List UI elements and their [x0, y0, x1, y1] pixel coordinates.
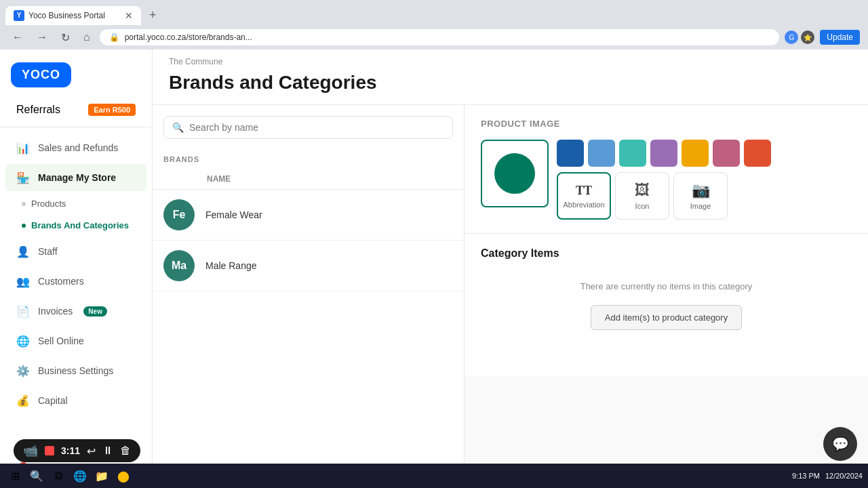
sidebar-item-capital[interactable]: 💰 Capital [5, 387, 146, 414]
stop-recording-button[interactable] [45, 446, 54, 455]
search-taskbar[interactable]: 🔍 [27, 466, 46, 485]
reload-button[interactable]: ↻ [57, 30, 74, 45]
home-button[interactable]: ⌂ [79, 30, 94, 45]
tab-close-button[interactable]: ✕ [125, 10, 133, 21]
color-swatch-lightblue[interactable] [588, 140, 615, 167]
start-button[interactable]: ⊞ [5, 466, 24, 485]
undo-button[interactable]: ↩ [87, 445, 96, 458]
update-button[interactable]: Update [820, 30, 860, 45]
chrome-icon[interactable]: ⬤ [114, 466, 133, 485]
pause-button[interactable]: ⏸ [102, 445, 113, 457]
app-container: YOCO Referrals Earn R500 📊 Sales and Ref… [0, 49, 868, 488]
brand-row-female-wear[interactable]: Fe Female Wear [153, 190, 464, 241]
forward-button[interactable]: → [33, 30, 52, 45]
sidebar-item-label: Sell Online [38, 336, 84, 346]
sidebar-item-sales-refunds[interactable]: 📊 Sales and Refunds [5, 134, 146, 161]
sidebar-divider [0, 127, 152, 127]
color-swatch-purple[interactable] [650, 140, 677, 167]
url-text: portal.yoco.co.za/store/brands-an... [125, 33, 252, 42]
abbreviation-icon: TT [576, 184, 592, 198]
color-swatch-red[interactable] [744, 140, 771, 167]
category-items-title: Category Items [481, 247, 852, 260]
sidebar-item-invoices[interactable]: 📄 Invoices New [5, 298, 146, 325]
sidebar-item-business-settings[interactable]: ⚙️ Business Settings [5, 357, 146, 384]
settings-icon: ⚙️ [16, 364, 30, 378]
current-image-preview [481, 140, 549, 207]
capital-icon: 💰 [16, 394, 30, 407]
invoices-icon: 📄 [16, 304, 30, 318]
back-button[interactable]: ← [8, 30, 27, 45]
delete-recording-button[interactable]: 🗑 [120, 445, 131, 457]
products-label: Products [31, 199, 66, 209]
sidebar-item-manage-store[interactable]: 🏪 Manage My Store [5, 164, 146, 191]
active-tab[interactable]: Y Yoco Business Portal ✕ [5, 6, 141, 25]
type-option-abbreviation[interactable]: TT Abbreviation [557, 172, 611, 220]
color-swatch-blue[interactable] [557, 140, 584, 167]
main-content: The Commune Brands and Categories 🔍 BRAN… [153, 49, 868, 488]
current-color-circle [494, 153, 535, 194]
sidebar-item-staff[interactable]: 👤 Staff [5, 238, 146, 265]
yoco-logo-text[interactable]: YOCO [11, 62, 71, 87]
camera-icon: 📹 [23, 443, 38, 458]
sidebar-item-label: Business Settings [38, 365, 113, 376]
address-bar: ← → ↻ ⌂ 🔒 portal.yoco.co.za/store/brands… [0, 25, 868, 49]
sales-icon: 📊 [16, 141, 30, 155]
tab-bar: Y Yoco Business Portal ✕ + [0, 0, 868, 25]
abbreviation-label: Abbreviation [563, 201, 604, 209]
browser-icon-2[interactable]: ⭐ [801, 30, 814, 44]
sidebar-item-customers[interactable]: 👥 Customers [5, 268, 146, 295]
image-selector: TT Abbreviation 🖼 Icon 📷 Image [481, 140, 852, 220]
url-bar[interactable]: 🔒 portal.yoco.co.za/store/brands-an... [100, 29, 780, 45]
taskbar-date: 12/20/2024 [825, 472, 863, 480]
sidebar-subitem-brands-categories[interactable]: Brands And Categories [11, 215, 146, 236]
brands-label: Brands And Categories [31, 220, 129, 230]
earn-badge: Earn R500 [88, 104, 136, 116]
new-badge: New [83, 306, 107, 317]
sidebar-subitem-products[interactable]: Products [11, 193, 146, 214]
color-swatch-teal[interactable] [619, 140, 646, 167]
brands-dot [22, 224, 26, 228]
manage-store-icon: 🏪 [16, 171, 30, 184]
image-label: Image [690, 202, 711, 210]
brands-section-label: BRANDS [153, 150, 464, 169]
sidebar-item-label: Staff [38, 246, 58, 257]
taskview-button[interactable]: ⧉ [49, 466, 68, 485]
category-items-section: Category Items There are currently no it… [465, 234, 868, 376]
brand-avatar-fe: Fe [163, 199, 195, 230]
products-dot [22, 202, 26, 206]
type-option-icon[interactable]: 🖼 Icon [615, 172, 669, 220]
sidebar-item-sell-online[interactable]: 🌐 Sell Online [5, 327, 146, 354]
sidebar-item-label: Customers [38, 276, 84, 287]
brand-name-female-wear: Female Wear [205, 209, 262, 220]
type-option-image[interactable]: 📷 Image [673, 172, 728, 220]
explorer-icon[interactable]: 📁 [92, 466, 111, 485]
browser-icon-1[interactable]: G [785, 30, 798, 44]
staff-icon: 👤 [16, 245, 30, 258]
add-items-to-category-button[interactable]: Add item(s) to product category [591, 305, 742, 330]
type-options: TT Abbreviation 🖼 Icon 📷 Image [557, 172, 771, 220]
brand-avatar-ma: Ma [163, 250, 195, 281]
product-image-title: Product Image [481, 119, 852, 129]
brand-row-male-range[interactable]: Ma Male Range [153, 241, 464, 291]
taskbar-time: 9:13 PM [792, 472, 820, 480]
recording-bar: 📹 3:11 ↩ ⏸ 🗑 [14, 439, 140, 462]
brand-name-male-range: Male Range [205, 260, 257, 271]
color-swatch-yellow[interactable] [682, 140, 709, 167]
sidebar-referral[interactable]: Referrals Earn R500 [5, 98, 146, 121]
sell-online-icon: 🌐 [16, 334, 30, 348]
breadcrumb: The Commune [169, 57, 852, 66]
sidebar-item-label: Capital [38, 395, 68, 406]
search-input[interactable] [189, 122, 444, 133]
chat-button[interactable]: 💬 [823, 427, 857, 461]
new-tab-button[interactable]: + [144, 5, 162, 25]
color-options: TT Abbreviation 🖼 Icon 📷 Image [557, 140, 771, 220]
sidebar-item-label: Invoices [38, 306, 73, 317]
browser-chrome: Y Yoco Business Portal ✕ + ← → ↻ ⌂ 🔒 por… [0, 0, 868, 49]
edge-icon[interactable]: 🌐 [71, 466, 90, 485]
tab-favicon: Y [14, 10, 24, 21]
taskbar-right: 9:13 PM 12/20/2024 [792, 472, 863, 480]
tab-title: Yoco Business Portal [28, 11, 105, 20]
edit-panel: Product Image [465, 105, 868, 488]
color-swatch-rose[interactable] [713, 140, 740, 167]
sidebar-submenu: Products Brands And Categories [11, 192, 152, 237]
